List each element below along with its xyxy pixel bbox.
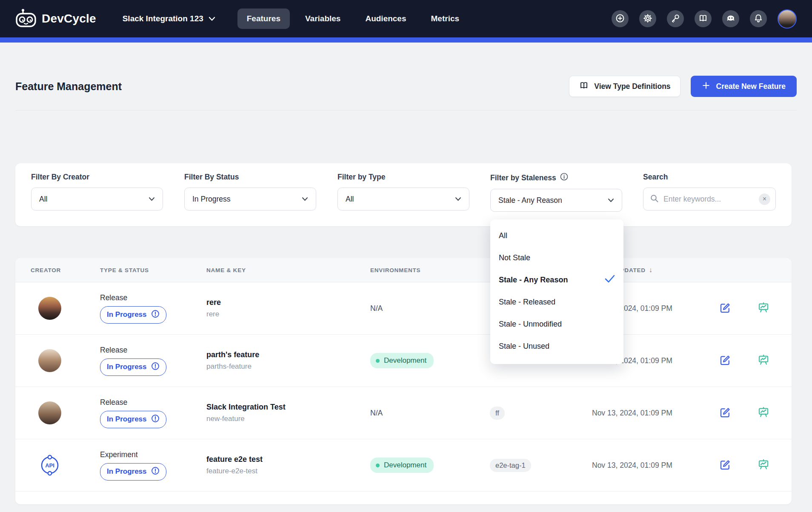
edit-feature-button[interactable]: [719, 302, 732, 316]
exclamation-circle-icon: [151, 414, 160, 425]
feature-type: Release: [100, 293, 206, 302]
table-row: API Experiment In Progress feature e2e t…: [15, 439, 792, 492]
presentation-chart-icon: [757, 354, 770, 368]
page-title: Feature Management: [15, 80, 122, 93]
filter-bar: Filter By Creator All Filter By Status I…: [15, 163, 792, 226]
env-dot-icon: [376, 464, 380, 467]
creator-avatar[interactable]: [38, 349, 61, 372]
creator-avatar[interactable]: [38, 297, 61, 320]
filter-staleness-value: Stale - Any Reason: [498, 196, 562, 205]
creator-avatar[interactable]: [38, 401, 61, 424]
menu-item-stale-unused[interactable]: Stale - Unused: [490, 335, 623, 357]
chevron-down-icon: [149, 195, 155, 203]
edit-pencil-icon: [719, 458, 732, 472]
docs-button[interactable]: [695, 10, 712, 27]
feature-name[interactable]: feature e2e test: [206, 455, 370, 464]
menu-item-not-stale[interactable]: Not Stale: [490, 247, 623, 269]
gear-icon: [643, 13, 653, 25]
col-type-status: TYPE & STATUS: [100, 267, 206, 273]
col-environments: ENVIRONMENTS: [370, 267, 490, 273]
notifications-button[interactable]: [750, 10, 767, 27]
key-icon: [670, 13, 680, 25]
status-badge[interactable]: In Progress: [100, 358, 166, 376]
menu-item-stale-released[interactable]: Stale - Released: [490, 291, 623, 313]
discord-button[interactable]: [722, 10, 739, 27]
info-icon[interactable]: [560, 173, 568, 183]
devcycle-robot-logo-icon: [15, 8, 37, 29]
exclamation-circle-icon: [151, 310, 160, 320]
plus-icon: [702, 81, 710, 92]
filter-creator-label: Filter By Creator: [31, 173, 163, 182]
exclamation-circle-icon: [151, 466, 160, 477]
settings-button[interactable]: [639, 10, 656, 27]
status-badge[interactable]: In Progress: [100, 306, 166, 324]
feature-metrics-button[interactable]: [757, 302, 770, 316]
feature-name[interactable]: rere: [206, 298, 370, 307]
feature-key: rere: [206, 310, 370, 319]
feature-type: Release: [100, 398, 206, 407]
environment-badge: Development: [370, 458, 434, 473]
filter-status-label: Filter By Status: [184, 173, 316, 182]
exclamation-circle-icon: [151, 362, 160, 373]
edit-feature-button[interactable]: [719, 458, 732, 472]
devcycle-brand[interactable]: DevCycle: [15, 8, 96, 29]
features-table: CREATOR TYPE & STATUS NAME & KEY ENVIRON…: [15, 258, 792, 504]
feature-metrics-button[interactable]: [757, 406, 770, 420]
check-icon: [605, 275, 615, 285]
table-row: Release In Progress Slack Integration Te…: [15, 387, 792, 439]
updated-timestamp: Nov 13, 2024, 01:09 PM: [592, 461, 711, 470]
book-icon: [698, 13, 708, 25]
api-creator-icon[interactable]: API: [38, 453, 62, 477]
discord-icon: [726, 13, 736, 25]
filter-staleness-select[interactable]: Stale - Any Reason: [490, 189, 622, 212]
feature-key: new-feature: [206, 415, 370, 423]
project-name: Slack Integration 123: [123, 14, 203, 23]
feature-key: feature-e2e-test: [206, 467, 370, 475]
edit-feature-button[interactable]: [719, 354, 732, 368]
chevron-down-icon: [209, 14, 215, 23]
divider: [15, 110, 797, 111]
edit-feature-button[interactable]: [719, 406, 732, 420]
feature-name[interactable]: Slack Integration Test: [206, 403, 370, 412]
tab-audiences[interactable]: Audiences: [356, 9, 415, 29]
table-header-row: CREATOR TYPE & STATUS NAME & KEY ENVIRON…: [15, 258, 792, 282]
project-selector[interactable]: Slack Integration 123: [123, 14, 215, 23]
user-avatar[interactable]: [778, 9, 797, 28]
filter-type-select[interactable]: All: [337, 188, 469, 210]
menu-item-stale-any-reason[interactable]: Stale - Any Reason: [490, 269, 623, 291]
bell-icon: [753, 13, 763, 25]
menu-item-stale-unmodified[interactable]: Stale - Unmodified: [490, 313, 623, 335]
filter-status-select[interactable]: In Progress: [184, 188, 316, 210]
env-dot-icon: [376, 359, 380, 363]
add-button[interactable]: [612, 10, 629, 27]
tab-features[interactable]: Features: [237, 9, 290, 29]
feature-metrics-button[interactable]: [757, 458, 770, 472]
tab-variables[interactable]: Variables: [296, 9, 350, 29]
filter-creator-select[interactable]: All: [31, 188, 163, 210]
plus-circle-icon: [615, 13, 625, 25]
book-icon: [579, 80, 589, 93]
status-badge[interactable]: In Progress: [100, 463, 166, 481]
create-new-feature-button[interactable]: Create New Feature: [691, 76, 797, 97]
tag-badge: e2e-tag-1: [490, 459, 531, 472]
search-input[interactable]: [663, 195, 755, 204]
view-type-definitions-button[interactable]: View Type Definitions: [569, 76, 680, 97]
filter-status-value: In Progress: [192, 195, 230, 204]
feature-metrics-button[interactable]: [757, 354, 770, 368]
feature-name[interactable]: parth's feature: [206, 350, 370, 359]
feature-management-page: DevCycle Slack Integration 123 Features …: [0, 0, 812, 512]
status-badge[interactable]: In Progress: [100, 411, 166, 428]
page-header: Feature Management View Type Definitions…: [15, 76, 797, 97]
menu-item-all[interactable]: All: [490, 225, 623, 247]
staleness-dropdown-menu: All Not Stale Stale - Any Reason Stale -…: [490, 219, 623, 364]
api-keys-button[interactable]: [667, 10, 684, 27]
presentation-chart-icon: [757, 458, 770, 472]
create-new-feature-label: Create New Feature: [716, 82, 786, 91]
edit-pencil-icon: [719, 302, 732, 316]
clear-search-button[interactable]: ×: [759, 193, 770, 205]
feature-type: Release: [100, 346, 206, 355]
edit-pencil-icon: [719, 406, 732, 420]
chevron-down-icon: [302, 195, 308, 203]
tab-metrics[interactable]: Metrics: [422, 9, 469, 29]
feature-key: parths-feature: [206, 362, 370, 371]
